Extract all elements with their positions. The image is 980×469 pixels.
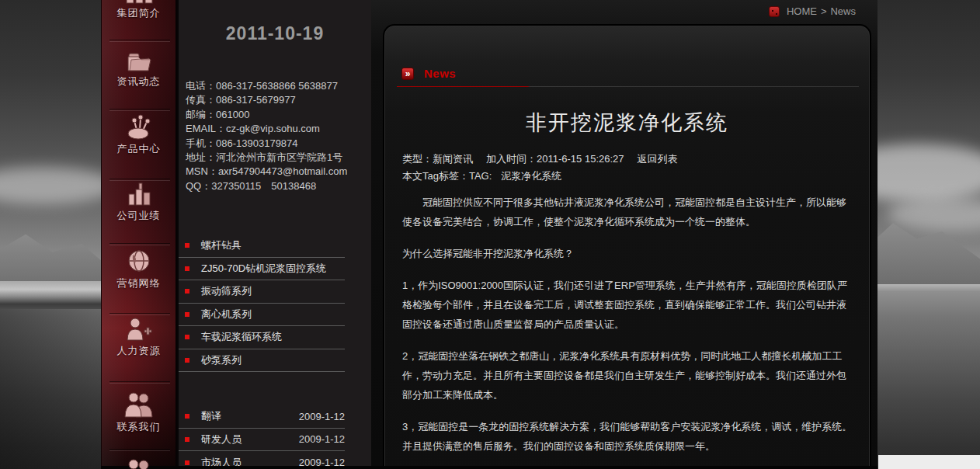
sidebar-divider xyxy=(109,313,170,314)
content-area: HOME > News News 非开挖泥浆净化系统 类型：新闻资讯 加入时间：… xyxy=(371,0,877,469)
sidebar-item-label: 产品中心 xyxy=(117,142,161,156)
news-link-date: 2009-1-12 xyxy=(299,433,345,445)
sidebar-item-label: 人力资源 xyxy=(117,344,161,358)
news-link[interactable]: 翻译 2009-1-12 xyxy=(179,405,345,429)
sidebar-item-label: 营销网络 xyxy=(117,276,161,290)
info-column: 2011-10-19 电话：086-317-5638866 5638877 传真… xyxy=(177,0,371,469)
product-link-label: 砂泵系列 xyxy=(201,353,242,367)
contact-mobile: 手机：086-13903179874 xyxy=(186,137,368,151)
sidebar-item-partial xyxy=(102,457,175,469)
pin-tray-icon xyxy=(122,113,156,140)
bullet-icon xyxy=(185,335,189,339)
section-title: News xyxy=(424,67,456,80)
product-link[interactable]: 砂泵系列 xyxy=(179,349,345,373)
contact-qq: QQ：327350115 50138468 xyxy=(186,179,368,193)
folder-icon xyxy=(122,46,156,72)
bullet-icon xyxy=(185,437,189,442)
sidebar-item-marketing-network[interactable]: 营销网络 xyxy=(102,248,175,290)
article-body: 冠能固控供应不同于很多其他钻井液泥浆净化系统公司，冠能固控都是自主设计生产，所以… xyxy=(402,193,854,468)
bullet-icon xyxy=(185,414,189,419)
tag-prefix: 本文Tag标签：TAG: xyxy=(402,169,492,183)
article-paragraph: 3，冠能固控是一条龙的固控系统解决方案，我们能够帮助客户安装泥浆净化系统，调试，… xyxy=(402,417,854,456)
article-paragraph: 冠能固控供应不同于很多其他钻井液泥浆净化系统公司，冠能固控都是自主设计生产，所以… xyxy=(402,193,854,231)
photo-shoreline xyxy=(0,281,116,309)
page-date: 2011-10-19 xyxy=(179,23,371,44)
sidebar-item-hr[interactable]: 人力资源 xyxy=(102,315,175,358)
breadcrumb-home-link[interactable]: HOME xyxy=(787,5,817,17)
article-paragraph: 2，冠能固控坐落在钢铁之都唐山，泥浆净化系统具有原材料优势，同时此地工人都擅长机… xyxy=(402,346,854,405)
factory-icon xyxy=(122,180,156,207)
article-time: 加入时间：2011-6-15 15:26:27 xyxy=(486,152,624,166)
product-link[interactable]: 螺杆钻具 xyxy=(179,234,345,258)
sidebar-divider xyxy=(109,243,170,245)
sidebar-item-news[interactable]: 资讯动态 xyxy=(102,46,175,89)
sidebar-item-label: 资讯动态 xyxy=(117,75,161,89)
product-link[interactable]: 离心机系列 xyxy=(179,304,345,327)
double-arrow-icon xyxy=(401,68,414,80)
bullet-icon xyxy=(185,312,189,317)
bullet-icon xyxy=(185,358,189,363)
product-link[interactable]: 振动筛系列 xyxy=(179,280,345,304)
news-link-date: 2009-1-12 xyxy=(299,457,345,468)
contact-fax: 传真：086-317-5679977 xyxy=(186,93,368,107)
product-link-label: 车载泥浆循环系统 xyxy=(201,330,282,344)
sidebar: 集团简介 资讯动态 xyxy=(101,0,177,469)
contact-phone: 电话：086-317-5638866 5638877 xyxy=(186,79,368,93)
people-icon xyxy=(122,457,156,469)
bottom-right-white-box xyxy=(878,455,980,469)
breadcrumb-current[interactable]: News xyxy=(830,5,856,17)
news-link[interactable]: 市场人员 2009-1-12 xyxy=(179,451,345,469)
page: 集团简介 资讯动态 xyxy=(0,0,980,469)
news-link-title: 翻译 xyxy=(201,409,221,423)
person-plus-icon xyxy=(122,315,156,342)
sidebar-divider xyxy=(109,40,170,41)
article-meta: 类型：新闻资讯 加入时间：2011-6-15 15:26:27 返回列表 xyxy=(402,152,855,166)
bullet-icon xyxy=(185,243,189,248)
sidebar-divider xyxy=(109,109,170,110)
bullet-icon xyxy=(185,460,189,465)
news-link-date: 2009-1-12 xyxy=(299,411,345,422)
contact-zip: 邮编：061000 xyxy=(186,108,368,122)
news-link-list: 翻译 2009-1-12 研发人员 2009-1-12 市场人员 2009-1-… xyxy=(179,405,345,469)
product-link-list: 螺杆钻具 ZJ50-70D钻机泥浆固控系统 振动筛系列 离心机系列 车载泥浆循环… xyxy=(179,234,345,372)
news-link[interactable]: 研发人员 2009-1-12 xyxy=(179,429,345,452)
sidebar-divider xyxy=(109,449,170,450)
site-frame: 集团简介 资讯动态 xyxy=(101,0,877,469)
globe-icon xyxy=(122,248,156,274)
article-tags: 本文Tag标签：TAG: 泥浆净化系统 xyxy=(402,169,855,183)
article-category: 类型：新闻资讯 xyxy=(402,152,473,166)
news-panel: News 非开挖泥浆净化系统 类型：新闻资讯 加入时间：2011-6-15 15… xyxy=(384,26,870,469)
back-to-list-link[interactable]: 返回列表 xyxy=(638,152,678,166)
org-chart-icon xyxy=(122,0,156,4)
contact-msn: MSN：axr547904473@hotmail.com xyxy=(186,165,368,179)
contact-address: 地址：河北沧州市新市区学院路1号 xyxy=(186,151,368,165)
article-paragraph: 为什么选择冠能非开挖泥浆净化系统？ xyxy=(402,244,854,263)
sidebar-item-group-profile[interactable]: 集团简介 xyxy=(102,0,175,20)
contact-email: EMAIL：cz-gk@vip.sohu.com xyxy=(186,122,368,136)
product-link-label: 离心机系列 xyxy=(201,307,252,321)
sidebar-item-products[interactable]: 产品中心 xyxy=(102,113,175,156)
article-paragraph: 1，作为ISO9001:2000国际认证，我们还引进了ERP管理系统，生产井然有… xyxy=(402,276,854,334)
sidebar-item-contact[interactable]: 联系我们 xyxy=(102,391,175,434)
sidebar-divider xyxy=(109,381,170,383)
section-header: News xyxy=(401,67,456,80)
article-title: 非开挖泥浆净化系统 xyxy=(385,109,869,137)
product-link-label: ZJ50-70D钻机泥浆固控系统 xyxy=(201,262,326,276)
sidebar-item-label: 公司业绩 xyxy=(117,209,161,223)
section-divider xyxy=(397,86,859,87)
bullet-icon xyxy=(185,289,189,294)
product-link[interactable]: 车载泥浆循环系统 xyxy=(179,326,345,349)
product-link[interactable]: ZJ50-70D钻机泥浆固控系统 xyxy=(179,258,345,281)
sidebar-item-performance[interactable]: 公司业绩 xyxy=(102,180,175,223)
product-link-label: 振动筛系列 xyxy=(201,284,252,298)
people-icon xyxy=(122,391,156,418)
bullet-icon xyxy=(185,266,189,271)
news-link-title: 市场人员 xyxy=(201,456,242,469)
sidebar-item-label: 联系我们 xyxy=(117,420,161,434)
breadcrumb-separator: > xyxy=(821,5,827,17)
tag-link[interactable]: 泥浆净化系统 xyxy=(501,169,561,183)
news-link-title: 研发人员 xyxy=(201,433,242,446)
product-link-label: 螺杆钻具 xyxy=(201,238,242,252)
sidebar-item-label: 集团简介 xyxy=(117,6,161,20)
contact-info: 电话：086-317-5638866 5638877 传真：086-317-56… xyxy=(186,79,368,193)
